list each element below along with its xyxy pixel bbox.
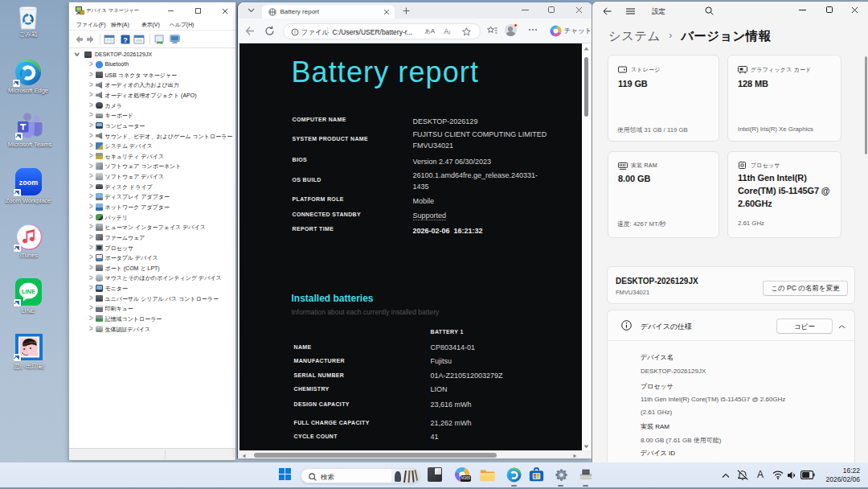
svg-text:LINE: LINE xyxy=(22,288,35,295)
svg-text:i: i xyxy=(294,29,295,35)
svg-text:?: ? xyxy=(123,36,128,44)
svg-text:zoom: zoom xyxy=(19,179,39,187)
